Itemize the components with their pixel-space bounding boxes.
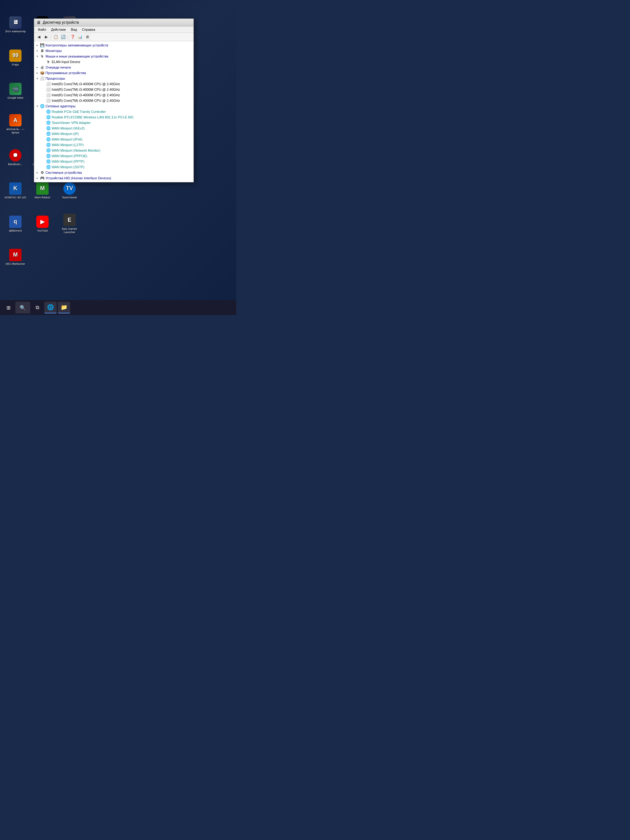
memreduct-icon: M bbox=[36, 182, 49, 195]
dm-item-icon: ⬜ bbox=[46, 87, 51, 92]
explorer-taskbar-icon: 📁 bbox=[61, 304, 67, 311]
dm-item-label: WAN Miniport (IKEv2) bbox=[52, 126, 85, 130]
dm-item-icon: 🌐 bbox=[46, 148, 51, 153]
dm-tree-row[interactable]: 🌐Realtek PCIe GbE Family Controller bbox=[34, 109, 194, 114]
desktop-icon-epic[interactable]: EEpic Games Launcher bbox=[57, 208, 82, 239]
dm-expand-arrow bbox=[41, 115, 45, 119]
dm-tree-row[interactable]: ⬜Intel(R) Core(TM) i3-4000M CPU @ 2.40GH… bbox=[34, 98, 194, 103]
toolbar-properties-btn[interactable]: 📋 bbox=[52, 33, 59, 40]
desktop-icon-arizona[interactable]: Aarizona-la... — ярлык bbox=[3, 109, 28, 140]
epic-icon: E bbox=[63, 214, 76, 226]
dm-tree-row[interactable]: ▾⬜Процессоры bbox=[34, 76, 194, 81]
dm-tree-row[interactable]: 🌐WAN Miniport (PPPOE) bbox=[34, 153, 194, 159]
dm-item-label: Realtek PCIe GbE Family Controller bbox=[52, 110, 106, 114]
search-button[interactable]: 🔍 bbox=[16, 302, 30, 313]
dm-tree-row[interactable]: 🌐Realtek RTL8723BE Wireless LAN 802.11n … bbox=[34, 114, 194, 120]
dm-item-label: Устройства HID (Human Interface Devices) bbox=[46, 176, 111, 180]
dm-tree-row[interactable]: 🌐WAN Miniport (SSTP) bbox=[34, 164, 194, 170]
toolbar-forward-btn[interactable]: ▶ bbox=[43, 33, 49, 40]
dm-expand-arrow bbox=[41, 93, 45, 97]
start-button[interactable]: ⊞ bbox=[2, 302, 14, 313]
dm-tree-row[interactable]: ▸🖨Очереди печати bbox=[34, 65, 194, 70]
toolbar-view-btn[interactable]: 📊 bbox=[77, 33, 84, 40]
dm-tree-row[interactable]: ▾🌐Сетевые адаптеры bbox=[34, 103, 194, 109]
dm-item-label: Очереди печати bbox=[46, 66, 71, 69]
dm-item-icon: 💾 bbox=[39, 43, 44, 48]
desktop-icon-fraps[interactable]: 99Fraps bbox=[3, 43, 28, 73]
dm-item-label: ELAN Input Device bbox=[52, 60, 80, 64]
arizona-label: arizona-la... — ярлык bbox=[4, 128, 27, 134]
dm-tree-row[interactable]: ⬜Intel(R) Core(TM) i3-4000M CPU @ 2.40GH… bbox=[34, 92, 194, 98]
dm-tree-row[interactable]: ▾🖱Мыши и иные указывающие устройства bbox=[34, 54, 194, 59]
dm-titlebar: 🖥 Диспетчер устройств bbox=[34, 19, 194, 27]
dm-tree-row[interactable]: ⬜Intel(R) Core(TM) i3-4000M CPU @ 2.40GH… bbox=[34, 81, 194, 87]
dm-title-icon: 🖥 bbox=[36, 20, 41, 25]
toolbar-back-btn[interactable]: ◀ bbox=[35, 33, 42, 40]
dm-menu-help[interactable]: Справка bbox=[79, 27, 98, 32]
dm-tree-row[interactable]: ▸⚙Системные устройства bbox=[34, 170, 194, 175]
dm-item-icon: 🌐 bbox=[46, 131, 51, 136]
toolbar-help-btn[interactable]: ❓ bbox=[69, 33, 76, 40]
dm-item-label: Intel(R) Core(TM) i3-4000M CPU @ 2.40GHz bbox=[52, 82, 120, 86]
dm-menu-action[interactable]: Действие bbox=[49, 27, 68, 32]
dm-item-label: Системные устройства bbox=[46, 171, 82, 174]
desktop-icon-msi[interactable]: MMSI Afterburner bbox=[3, 242, 28, 273]
dm-item-icon: 🌐 bbox=[46, 137, 51, 142]
computer-label: Этот компьютер bbox=[5, 30, 25, 33]
desktop-icon-qbittorrent[interactable]: qqBittorrent bbox=[3, 208, 28, 239]
dm-tree-row[interactable]: 🌐WAN Miniport (Network Monitor) bbox=[34, 148, 194, 153]
desktop-icon-kompas[interactable]: KКОМПАС-3D v20 bbox=[3, 175, 28, 206]
dm-tree-row[interactable]: 🌐TeamViewer VPN Adapter bbox=[34, 120, 194, 125]
computer-icon: 🖥 bbox=[9, 16, 22, 28]
dm-menu-view[interactable]: Вид bbox=[68, 27, 79, 32]
dm-expand-arrow bbox=[41, 148, 45, 152]
dm-item-icon: ⬜ bbox=[46, 93, 51, 98]
dm-tree-row[interactable]: ▸🖥Мониторы bbox=[34, 48, 194, 54]
dm-tree-row[interactable]: 🖱ELAN Input Device bbox=[34, 59, 194, 65]
dm-tree-row[interactable]: 🌐WAN Miniport (PPTP) bbox=[34, 159, 194, 164]
googlemeet-label: Google Meet bbox=[7, 96, 24, 99]
taskbar-explorer-app[interactable]: 📁 bbox=[58, 302, 70, 313]
windows-icon: ⊞ bbox=[6, 305, 11, 311]
dm-tree-row[interactable]: ▸💾Контроллеры запоминающих устройств bbox=[34, 43, 194, 48]
dm-item-label: Сетевые адаптеры bbox=[46, 104, 75, 108]
toolbar-monitor-btn[interactable]: 🖥 bbox=[84, 33, 91, 40]
desktop-icon-computer[interactable]: 🖥Этот компьютер bbox=[3, 9, 28, 40]
dm-tree-row[interactable]: 🌐WAN Miniport (IP) bbox=[34, 131, 194, 137]
dm-expand-arrow bbox=[41, 121, 45, 125]
youtube-label: YouTube bbox=[37, 229, 48, 232]
dm-item-label: Мониторы bbox=[46, 49, 62, 53]
task-view-button[interactable]: ⧉ bbox=[32, 302, 43, 313]
dm-expand-arrow bbox=[41, 154, 45, 158]
dm-menu-file[interactable]: Файл bbox=[35, 27, 49, 32]
dm-item-icon: 🌐 bbox=[46, 120, 51, 125]
msi-icon: M bbox=[9, 249, 22, 261]
desktop-icon-googlemeet[interactable]: 📹Google Meet bbox=[3, 76, 28, 106]
dm-item-label: Процессоры bbox=[46, 77, 65, 80]
dm-item-label: TeamViewer VPN Adapter bbox=[52, 121, 91, 125]
dm-tree-row[interactable]: 🌐WAN Miniport (IPv6) bbox=[34, 137, 194, 142]
taskbar-chrome-app[interactable]: 🌐 bbox=[44, 302, 57, 313]
toolbar-sep-2 bbox=[68, 34, 68, 39]
desktop-icon-bandicam[interactable]: ⏺Bandicam... bbox=[3, 142, 28, 173]
dm-tree-row[interactable]: 🌐WAN Miniport (IKEv2) bbox=[34, 125, 194, 131]
dm-tree-content[interactable]: ▸💾Контроллеры запоминающих устройств▸🖥Мо… bbox=[34, 41, 194, 182]
dm-expand-arrow bbox=[41, 60, 45, 64]
dm-item-icon: 🌐 bbox=[39, 104, 44, 109]
dm-tree-row[interactable]: ▸🎮Устройства HID (Human Interface Device… bbox=[34, 175, 194, 181]
dm-tree-row[interactable]: ▸📦Программные устройства bbox=[34, 70, 194, 76]
toolbar-update-btn[interactable]: 🔄 bbox=[60, 33, 66, 40]
dm-tree-row[interactable]: 🌐WAN Miniport (L2TP) bbox=[34, 142, 194, 148]
dm-expand-arrow bbox=[41, 132, 45, 136]
dm-expand-arrow: ▸ bbox=[35, 171, 39, 174]
dm-item-label: WAN Miniport (SSTP) bbox=[52, 165, 85, 169]
dm-item-icon: 🌐 bbox=[46, 159, 51, 164]
taskbar: ⊞ 🔍 ⧉ 🌐 📁 bbox=[0, 300, 236, 315]
desktop-icon-youtube[interactable]: ▶YouTube bbox=[30, 208, 55, 239]
arizona-icon: A bbox=[9, 114, 22, 126]
dm-tree-row[interactable]: ⬜Intel(R) Core(TM) i3-4000M CPU @ 2.40GH… bbox=[34, 87, 194, 92]
teamviewer-label: TeamViewer bbox=[62, 196, 77, 199]
dm-item-label: Intel(R) Core(TM) i3-4000M CPU @ 2.40GHz bbox=[52, 99, 120, 103]
dm-expand-arrow bbox=[41, 165, 45, 169]
dm-expand-arrow: ▾ bbox=[35, 77, 39, 80]
